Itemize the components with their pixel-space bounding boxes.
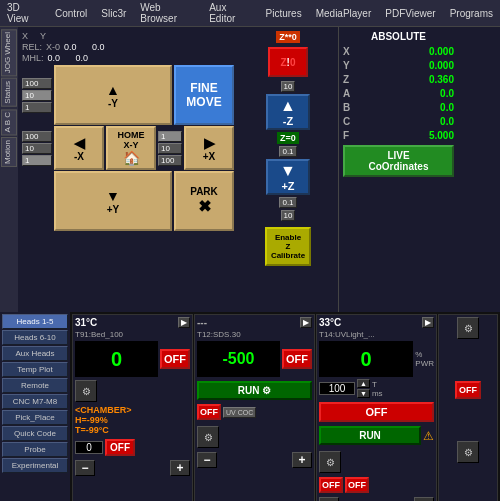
heater-2-uv-row: OFF UV COC — [197, 404, 312, 420]
y-step-col: 100 10 1 — [22, 65, 52, 125]
heater-3-up[interactable]: ▲ — [357, 379, 370, 388]
heater-2-display: -500 — [197, 341, 280, 377]
minus-y-button[interactable]: ▲ -Y — [54, 65, 172, 125]
home-xy-button[interactable]: HOME X-Y 🏠 — [106, 126, 156, 170]
sidebar-cnc[interactable]: CNC M7-M8 — [2, 394, 68, 409]
sidebar-heads-6-10[interactable]: Heads 6-10 — [2, 330, 68, 345]
heater-1-plus-btn[interactable]: + — [170, 460, 190, 476]
step-y-10[interactable]: 10 — [22, 90, 52, 101]
step-xm-10[interactable]: 10 — [158, 143, 182, 154]
heater-2-pm-row: − + — [197, 452, 312, 468]
menu-programs[interactable]: Programs — [447, 7, 496, 20]
sidebar-pick-place[interactable]: Pick_Place — [2, 410, 68, 425]
z-step-10-bot[interactable]: 10 — [281, 210, 296, 221]
heater-3-pm-row: − + — [319, 497, 434, 501]
heater-4-fan[interactable]: ⚙ — [457, 317, 479, 339]
heater-3-minus-btn[interactable]: − — [319, 497, 339, 501]
z-step-01-top[interactable]: 0.1 — [279, 146, 296, 157]
abs-f-row: F 5.000 — [343, 130, 454, 141]
z-home-button[interactable]: Z!0 — [268, 47, 308, 77]
minus-x-button[interactable]: ◀ -X — [54, 126, 104, 170]
sidebar-quick-code[interactable]: Quick Code — [2, 426, 68, 441]
heater-3-arrow[interactable]: ▶ — [422, 317, 434, 328]
heater-2-fan-btn[interactable]: ⚙ — [197, 426, 219, 448]
step-y-1[interactable]: 1 — [22, 102, 52, 113]
heater-1-off-button2[interactable]: OFF — [105, 439, 135, 456]
plus-z-button[interactable]: ▼ +Z — [266, 159, 310, 195]
enable-z-button[interactable]: EnableZCalibrate — [265, 227, 311, 266]
heater-3-down[interactable]: ▼ — [357, 389, 370, 398]
heater-3-fan-btn[interactable]: ⚙ — [319, 451, 341, 473]
heater-1-arrow[interactable]: ▶ — [178, 317, 190, 328]
sidebar-temp-plot[interactable]: Temp Plot — [2, 362, 68, 377]
menu-control[interactable]: Control — [52, 7, 90, 20]
live-coordinates-button[interactable]: LIVE CoOrdinates — [343, 145, 454, 177]
mhl-label: MHL: — [22, 53, 44, 63]
rel-x-label: X-0 — [46, 42, 60, 52]
step-y-100[interactable]: 100 — [22, 78, 52, 89]
heater-4-fan2[interactable]: ⚙ — [457, 441, 479, 463]
sidebar-heads-1-5[interactable]: Heads 1-5 — [2, 314, 68, 329]
z-zero-indicator: Z**0 — [276, 31, 300, 43]
menu-pictures[interactable]: Pictures — [263, 7, 305, 20]
menu-web-browser[interactable]: Web Browser — [137, 1, 198, 25]
z-step-top[interactable]: 10 — [281, 81, 296, 92]
heater-3-plus-btn[interactable]: + — [414, 497, 434, 501]
heater-3-run-button[interactable]: RUN — [319, 426, 421, 445]
heater-3-off-btn3[interactable]: OFF — [345, 477, 369, 493]
heater-2-plus-btn[interactable]: + — [292, 452, 312, 468]
step-x-10-left[interactable]: 10 — [22, 143, 52, 154]
menu-mediaplayer[interactable]: MediaPlayer — [313, 7, 375, 20]
menu-aux-editor[interactable]: Aux Editor — [206, 1, 254, 25]
heater-3-run-row: RUN ⚠ — [319, 426, 434, 445]
step-xm-100[interactable]: 100 — [158, 155, 182, 166]
sidebar-remote[interactable]: Remote — [2, 378, 68, 393]
sidebar-experimental[interactable]: Experimental — [2, 458, 68, 473]
abs-b-value: 0.0 — [440, 102, 454, 113]
step-xm-1[interactable]: 1 — [158, 131, 182, 142]
heater-2-off-btn2[interactable]: OFF — [197, 404, 221, 420]
heater-2-display-row: -500 OFF — [197, 341, 312, 377]
y-header: Y — [40, 31, 46, 41]
left-sidebar: JOG Wheel Status A B C Motion — [0, 27, 18, 312]
heater-2-off-button[interactable]: OFF — [282, 349, 312, 369]
tab-jog-wheel[interactable]: JOG Wheel — [1, 29, 17, 76]
step-x-1-left[interactable]: 1 — [22, 155, 52, 166]
tab-motion[interactable]: Motion — [1, 137, 17, 167]
heater-1-off-button[interactable]: OFF — [160, 349, 190, 369]
abs-z-row: Z 0.360 — [343, 74, 454, 85]
heater-1-chamber-text: <CHAMBER>H=-99%T=-99°C — [75, 405, 190, 435]
heater-3-off-button[interactable]: OFF — [319, 402, 434, 422]
heater-3-setpoint-input[interactable] — [319, 382, 355, 395]
sidebar-aux-heads[interactable]: Aux Heads — [2, 346, 68, 361]
tab-status[interactable]: Status — [1, 78, 17, 107]
rel-x-val: 0.0 — [64, 42, 88, 52]
z-step-01-bot[interactable]: 0.1 — [279, 197, 296, 208]
abs-a-row: A 0.0 — [343, 88, 454, 99]
heater-2-arrow[interactable]: ▶ — [300, 317, 312, 328]
heater-2-name: T12:SDS.30 — [197, 330, 312, 339]
menu-pdfviewer[interactable]: PDFViewer — [382, 7, 438, 20]
heaters-area: 31°C ▶ T91:Bed_100 0 OFF ⚙ <CHAMBER>H=-9… — [70, 312, 500, 501]
coord-block-xy: X Y REL: X-0 0.0 0.0 MHL: 0.0 0.0 — [22, 31, 116, 63]
tab-abc[interactable]: A B C — [1, 109, 17, 135]
heater-1-fan-btn[interactable]: ⚙ — [75, 380, 97, 402]
minus-z-button[interactable]: ▲ -Z — [266, 94, 310, 130]
sidebar-probe[interactable]: Probe — [2, 442, 68, 457]
fine-move-button[interactable]: FINE MOVE — [174, 65, 234, 125]
plus-x-button[interactable]: ▶ +X — [184, 126, 234, 170]
heater-1-header: 31°C ▶ — [75, 317, 190, 328]
heater-2-minus-btn[interactable]: − — [197, 452, 217, 468]
plus-y-button[interactable]: ▼ +Y — [54, 171, 172, 231]
main-content: X Y REL: X-0 0.0 0.0 MHL: 0.0 0.0 — [18, 27, 500, 312]
menu-slic3r[interactable]: Slic3r — [98, 7, 129, 20]
heater-1-setpoint-input[interactable] — [75, 441, 103, 454]
heater-3-off-btn2[interactable]: OFF — [319, 477, 343, 493]
step-x-100-left[interactable]: 100 — [22, 131, 52, 142]
menu-3d-view[interactable]: 3D View — [4, 1, 44, 25]
park-button[interactable]: PARK ✖ — [174, 171, 234, 231]
heater-2-run-button[interactable]: RUN ⚙ — [197, 381, 312, 400]
heater-1-minus-btn[interactable]: − — [75, 460, 95, 476]
heater-2-uv-coc[interactable]: UV COC — [223, 407, 256, 418]
heater-4-off[interactable]: OFF — [455, 381, 481, 399]
